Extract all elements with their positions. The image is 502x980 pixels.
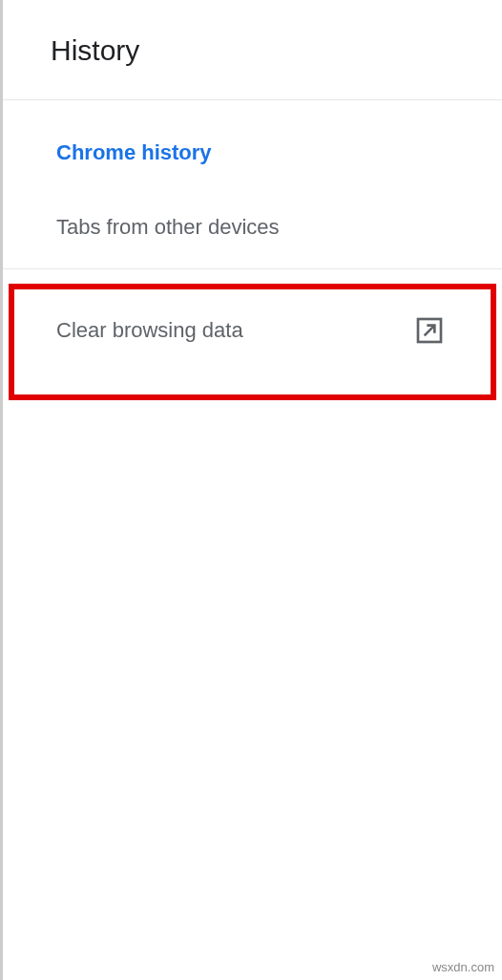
clear-browsing-data-button[interactable]: Clear browsing data (3, 269, 502, 392)
svg-line-1 (425, 326, 435, 336)
page-title: History (51, 34, 502, 67)
clear-section: Clear browsing data (3, 269, 502, 392)
clear-browsing-data-label: Clear browsing data (56, 318, 243, 343)
nav-chrome-history[interactable]: Chrome history (3, 100, 502, 190)
watermark-text: wsxdn.com (432, 960, 494, 974)
nav-chrome-history-label: Chrome history (56, 140, 212, 165)
nav-tabs-other-devices-label: Tabs from other devices (56, 215, 280, 240)
open-external-icon (414, 315, 445, 346)
history-menu-section: Chrome history Tabs from other devices (3, 100, 502, 269)
panel-header: History (3, 0, 502, 100)
history-panel: History Chrome history Tabs from other d… (0, 0, 502, 980)
nav-tabs-other-devices[interactable]: Tabs from other devices (3, 190, 502, 268)
